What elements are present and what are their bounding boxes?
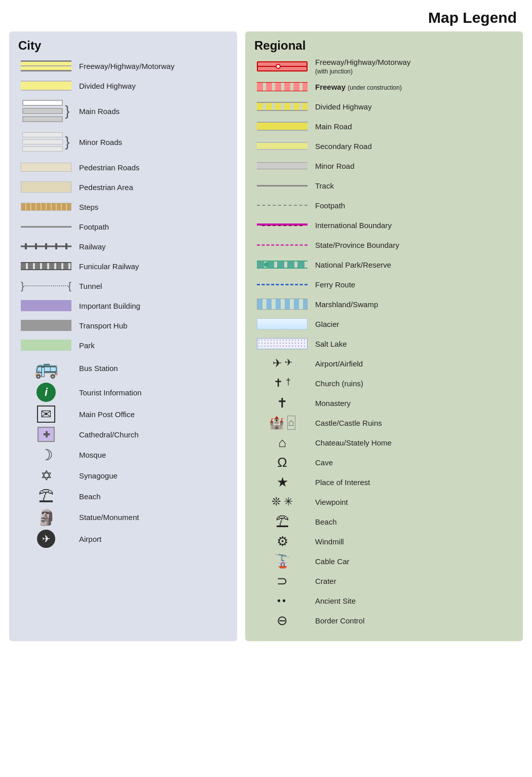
list-item: Divided Highway xyxy=(18,78,228,94)
minor-roads-label: Minor Roads xyxy=(74,138,122,146)
mosque-icon: ☽ xyxy=(18,446,74,464)
reg-glacier-label: Glacier xyxy=(310,320,339,328)
list-item: Freeway/Highway/Motorway(with junction) xyxy=(254,58,514,75)
list-item: Secondary Road xyxy=(254,138,514,154)
regional-section: Regional Freeway/Highway/Motorway(with j… xyxy=(245,31,523,641)
post-office-label: Main Post Office xyxy=(74,410,135,419)
steps-icon xyxy=(18,203,74,211)
list-item: ✈ Airport xyxy=(18,530,228,548)
list-item: ✡ Synagogue xyxy=(18,467,228,484)
pedestrian-roads-label: Pedestrian Roads xyxy=(74,163,139,172)
reg-windmill-icon: ⚙ xyxy=(254,534,310,549)
reg-natpark-icon xyxy=(254,261,310,269)
list-item: ✝ Monastery xyxy=(254,395,514,411)
list-item: National Park/Reserve xyxy=(254,256,514,273)
list-item: Funicular Railway xyxy=(18,258,228,274)
reg-church-label: Church (ruins) xyxy=(310,379,363,388)
reg-freeway-label: Freeway/Highway/Motorway(with junction) xyxy=(310,58,410,75)
list-item: ⚙ Windmill xyxy=(254,533,514,549)
reg-chateau-label: Chateau/Stately Home xyxy=(310,438,392,447)
reg-saltlake-icon xyxy=(254,338,310,349)
reg-chateau-icon: ⌂ xyxy=(254,435,310,451)
list-item: 🚡 Cable Car xyxy=(254,553,514,569)
reg-secondary-icon xyxy=(254,142,310,150)
list-item: ☽ Mosque xyxy=(18,446,228,464)
statue-label: Statue/Monument xyxy=(74,513,139,522)
freeway-city-label: Freeway/Highway/Motorway xyxy=(74,62,174,70)
transport-hub-icon xyxy=(18,320,74,331)
reg-monastery-icon: ✝ xyxy=(254,395,310,411)
reg-track-icon xyxy=(254,185,310,187)
tourist-info-icon: i xyxy=(18,383,74,402)
reg-glacier-icon xyxy=(254,318,310,329)
funicular-icon xyxy=(18,262,74,270)
list-item: Marshland/Swamp xyxy=(254,296,514,312)
reg-freeway-construction-label: Freeway (under construction) xyxy=(310,83,402,91)
reg-church-icon: ✝ † xyxy=(254,377,310,390)
freeway-city-icon xyxy=(18,60,74,71)
reg-freeway-construction-icon xyxy=(254,82,310,91)
list-item: Pedestrian Roads xyxy=(18,159,228,175)
reg-viewpoint-label: Viewpoint xyxy=(310,498,348,506)
list-item: Minor Road xyxy=(254,158,514,174)
list-item: Pedestrian Area xyxy=(18,179,228,195)
reg-airport-icon: ✈ ✈ xyxy=(254,357,310,370)
list-item: 🏰 ⌂ Castle/Castle Ruins xyxy=(254,415,514,431)
reg-castle-icon: 🏰 ⌂ xyxy=(254,416,310,430)
reg-castle-label: Castle/Castle Ruins xyxy=(310,419,382,427)
regional-heading: Regional xyxy=(254,39,514,53)
reg-ferry-label: Ferry Route xyxy=(310,280,355,289)
list-item: ⛱ Beach xyxy=(254,513,514,530)
reg-track-label: Track xyxy=(310,181,334,190)
list-item: 🗿 Statue/Monument xyxy=(18,508,228,526)
list-item: Track xyxy=(254,177,514,194)
list-item: ⛱ Beach xyxy=(18,488,228,505)
reg-cablecar-label: Cable Car xyxy=(310,557,350,566)
post-office-icon: ✉ xyxy=(18,405,74,423)
list-item: Railway xyxy=(18,238,228,254)
synagogue-label: Synagogue xyxy=(74,471,118,480)
page-title: Map Legend xyxy=(0,0,532,31)
list-item: 🚌 Bus Station xyxy=(18,357,228,379)
synagogue-icon: ✡ xyxy=(18,467,74,484)
reg-border-icon: ⊖ xyxy=(254,613,310,628)
list-item: Divided Highway xyxy=(254,98,514,115)
reg-border-label: Border Control xyxy=(310,616,365,625)
cathedral-icon: ✚ xyxy=(18,427,74,442)
beach-city-icon: ⛱ xyxy=(18,488,74,505)
mosque-label: Mosque xyxy=(74,451,106,459)
airport-city-label: Airport xyxy=(74,535,101,543)
list-item: Footpath xyxy=(254,197,514,213)
reg-ferry-icon xyxy=(254,284,310,285)
list-item: Freeway (under construction) xyxy=(254,79,514,95)
list-item: ✈ ✈ Airport/Airfield xyxy=(254,355,514,372)
reg-state-boundary-icon xyxy=(254,244,310,246)
reg-cablecar-icon: 🚡 xyxy=(254,553,310,569)
tunnel-label: Tunnel xyxy=(74,282,102,290)
list-item: ✚ Cathedral/Church xyxy=(18,426,228,442)
reg-minor-label: Minor Road xyxy=(310,162,355,170)
reg-ancient-label: Ancient Site xyxy=(310,597,356,605)
list-item: ⊃ Crater xyxy=(254,573,514,589)
list-item: Main Road xyxy=(254,118,514,134)
bus-station-label: Bus Station xyxy=(74,364,118,373)
main-roads-icon: } xyxy=(18,100,74,122)
statue-icon: 🗿 xyxy=(18,508,74,526)
tourist-info-label: Tourist Information xyxy=(74,388,141,397)
list-item: Transport Hub xyxy=(18,317,228,334)
reg-ancient-icon: •• xyxy=(254,595,310,607)
list-item: Important Building xyxy=(18,298,228,314)
reg-minor-icon xyxy=(254,162,310,169)
reg-poi-label: Place of Interest xyxy=(310,478,370,487)
reg-beach-label: Beach xyxy=(310,517,337,526)
main-roads-label: Main Roads xyxy=(74,107,120,116)
reg-divided-icon xyxy=(254,102,310,111)
reg-main-road-icon xyxy=(254,122,310,131)
list-item: Ferry Route xyxy=(254,276,514,292)
city-section: City Freeway/Highway/Motorway Divided Hi… xyxy=(9,31,237,641)
list-item: Ω Cave xyxy=(254,454,514,470)
divided-highway-city-icon xyxy=(18,81,74,91)
reg-footpath-icon xyxy=(254,205,310,206)
reg-airport-label: Airport/Airfield xyxy=(310,359,363,368)
list-item: ❊ ✳ Viewpoint xyxy=(254,494,514,510)
